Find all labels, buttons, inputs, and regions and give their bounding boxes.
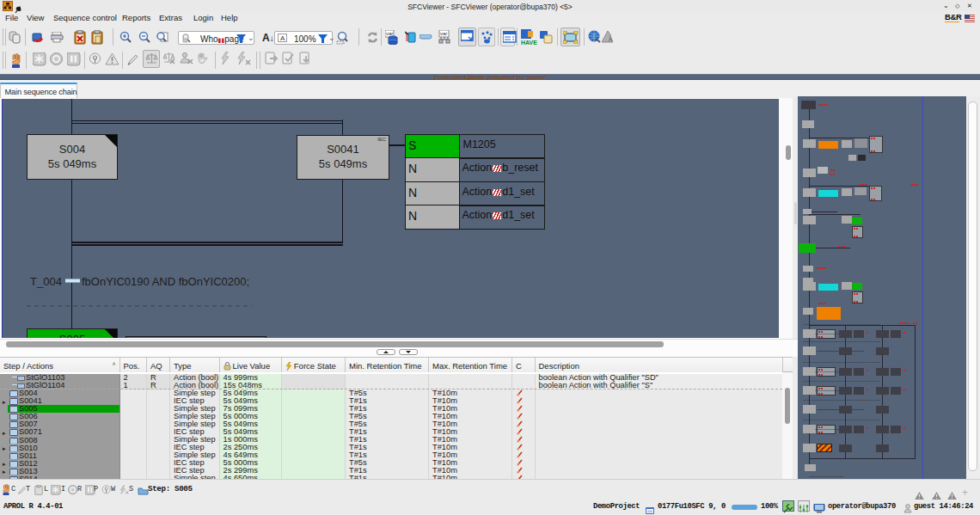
svg-text:var: var <box>440 31 447 36</box>
svg-text:var: var <box>386 31 393 36</box>
svg-text:HAVE: HAVE <box>521 40 537 46</box>
svg-text:A: A <box>609 36 613 42</box>
